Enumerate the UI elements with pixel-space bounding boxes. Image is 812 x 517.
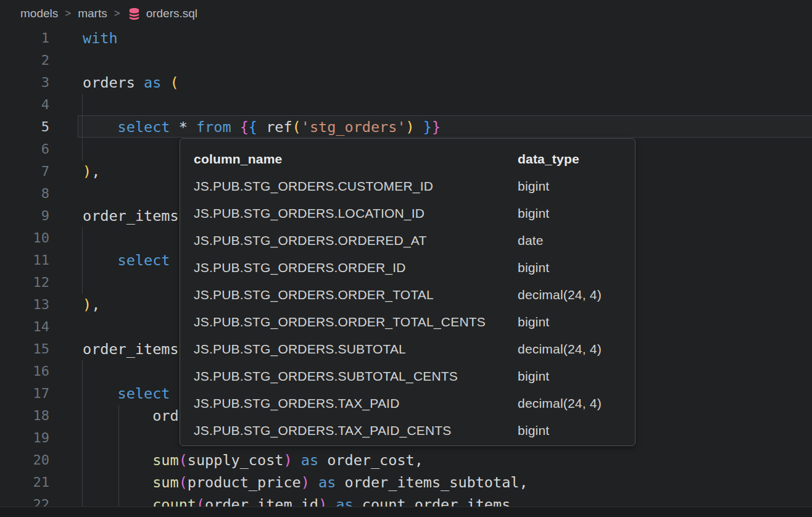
popup-cell-column-name: JS.PUB.STG_ORDERS.ORDERED_AT [194, 233, 518, 248]
code-token: } [432, 118, 441, 136]
popup-cell-column-name: JS.PUB.STG_ORDERS.TAX_PAID [194, 396, 518, 411]
popup-header-data-type: data_type [518, 152, 579, 167]
code-token: ) [83, 163, 91, 180]
code-line[interactable]: with [83, 27, 812, 49]
line-number[interactable]: 7 [0, 160, 49, 183]
popup-cell-data-type: decimal(24, 4) [518, 342, 602, 357]
line-number[interactable]: 12 [0, 271, 49, 294]
breadcrumb-item[interactable]: models [20, 7, 58, 20]
popup-row: JS.PUB.STG_ORDERS.TAX_PAIDdecimal(24, 4) [194, 390, 635, 417]
code-line[interactable]: sum(product_price) as order_items_subtot… [83, 471, 812, 494]
code-line[interactable]: sum(supply_cost) as order_cost, [83, 449, 812, 471]
popup-row: JS.PUB.STG_ORDERS.SUBTOTAL_CENTSbigint [194, 363, 635, 390]
line-number[interactable]: 4 [0, 94, 49, 116]
code-token: product_price [188, 474, 301, 491]
popup-row: JS.PUB.STG_ORDERS.LOCATION_IDbigint [194, 200, 635, 227]
popup-cell-data-type: bigint [518, 206, 549, 221]
line-number[interactable]: 19 [0, 427, 49, 449]
bottom-strip [0, 507, 812, 517]
code-token: order_cost, [318, 452, 423, 469]
database-icon [127, 7, 141, 21]
code-token: as [144, 74, 161, 91]
code-token: } [423, 118, 432, 136]
code-token [310, 474, 318, 491]
code-token [83, 252, 118, 269]
popup-cell-data-type: bigint [518, 179, 549, 194]
code-line[interactable]: count(order_item_id) as count_order_item… [83, 494, 812, 507]
code-line[interactable] [83, 94, 812, 116]
popup-cell-column-name: JS.PUB.STG_ORDERS.ORDER_ID [194, 260, 518, 275]
line-number[interactable]: 20 [0, 449, 49, 471]
breadcrumb: models > marts > orders.sql [0, 0, 812, 27]
code-token: ) [318, 496, 327, 507]
code-token: ( [196, 496, 205, 507]
popup-row: JS.PUB.STG_ORDERS.ORDER_IDbigint [194, 254, 635, 281]
file-name: orders.sql [146, 7, 197, 20]
line-number[interactable]: 11 [0, 249, 49, 271]
code-token: 'stg_orders' [301, 118, 406, 136]
code-token: select [118, 252, 170, 269]
code-token: { [249, 118, 257, 136]
code-token: with [83, 30, 118, 47]
line-number[interactable]: 2 [0, 49, 49, 72]
popup-cell-data-type: bigint [518, 369, 549, 384]
line-number[interactable]: 1 [0, 27, 49, 49]
code-token: ( [170, 74, 179, 91]
code-token: select [118, 385, 170, 402]
code-token: order_items [83, 207, 179, 225]
code-token: ( [292, 118, 301, 136]
line-number[interactable]: 14 [0, 316, 49, 338]
gutter: 12345678910111213141516171819202122 [0, 27, 49, 507]
line-number[interactable]: 9 [0, 205, 49, 227]
popup-row: JS.PUB.STG_ORDERS.TAX_PAID_CENTSbigint [194, 417, 635, 444]
line-number[interactable]: 13 [0, 294, 49, 316]
code-token: order_items_subtotal, [336, 474, 528, 491]
popup-cell-column-name: JS.PUB.STG_ORDERS.TAX_PAID_CENTS [194, 423, 518, 438]
line-number[interactable]: 16 [0, 360, 49, 383]
code-token: count_order_items [354, 496, 511, 507]
line-number[interactable]: 5 [0, 116, 49, 138]
code-token: count [152, 496, 196, 507]
code-token: from [196, 118, 231, 136]
code-token [83, 496, 152, 507]
popup-row: JS.PUB.STG_ORDERS.SUBTOTALdecimal(24, 4) [194, 336, 635, 363]
line-number[interactable]: 15 [0, 338, 49, 360]
line-number[interactable]: 3 [0, 72, 49, 94]
code-token: ( [179, 474, 188, 491]
popup-cell-column-name: JS.PUB.STG_ORDERS.SUBTOTAL_CENTS [194, 369, 518, 384]
chevron-right-icon: > [114, 7, 120, 20]
breadcrumb-file[interactable]: orders.sql [127, 7, 197, 21]
breadcrumb-item[interactable]: marts [78, 7, 107, 20]
popup-rows: JS.PUB.STG_ORDERS.CUSTOMER_IDbigintJS.PU… [194, 173, 635, 444]
code-token: orders [83, 74, 144, 91]
code-token: order_item_id [205, 496, 318, 507]
line-number[interactable]: 17 [0, 383, 49, 405]
code-line[interactable]: select * from {{ ref('stg_orders') }} [83, 116, 812, 138]
code-line[interactable]: orders as ( [83, 72, 812, 94]
line-number[interactable]: 10 [0, 227, 49, 249]
popup-cell-column-name: JS.PUB.STG_ORDERS.ORDER_TOTAL_CENTS [194, 315, 518, 329]
popup-cell-column-name: JS.PUB.STG_ORDERS.CUSTOMER_ID [194, 179, 518, 194]
popup-row: JS.PUB.STG_ORDERS.ORDER_TOTAL_CENTSbigin… [194, 308, 635, 336]
line-number[interactable]: 22 [0, 494, 49, 507]
line-number[interactable]: 18 [0, 405, 49, 427]
line-number[interactable]: 21 [0, 471, 49, 494]
code-token: select [118, 118, 170, 136]
code-token [292, 452, 301, 469]
code-line[interactable] [83, 49, 812, 72]
popup-cell-data-type: date [518, 233, 544, 248]
popup-cell-data-type: bigint [518, 423, 549, 438]
code-token: , [91, 296, 100, 313]
code-token: * [170, 118, 196, 136]
code-token: ) [301, 474, 310, 491]
code-token [161, 74, 170, 91]
code-token: supply_cost [188, 452, 284, 469]
code-token: ( [179, 452, 188, 469]
popup-header-column-name: column_name [194, 152, 518, 167]
code-token [83, 385, 118, 402]
line-number[interactable]: 8 [0, 183, 49, 205]
code-token: ) [283, 452, 292, 469]
code-token [231, 118, 240, 136]
line-number[interactable]: 6 [0, 138, 49, 160]
code-token: ) [83, 296, 91, 313]
